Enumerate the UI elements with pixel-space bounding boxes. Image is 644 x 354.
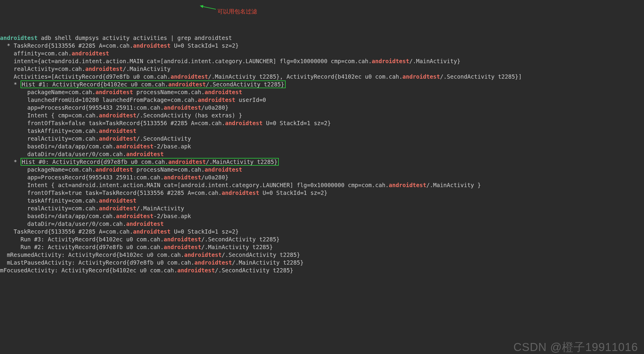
- output-line: Run #3: ActivityRecord{b4102ec u0 com.ca…: [0, 235, 644, 243]
- output-line: mResumedActivity: ActivityRecord{b4102ec…: [0, 251, 644, 259]
- output-line: baseDir=/data/app/com.cah.androidtest-2/…: [0, 212, 644, 220]
- output-line: realActivity=com.cah.androidtest/.MainAc…: [0, 204, 644, 212]
- output-line: * Hist #1: ActivityRecord{b4102ec u0 com…: [0, 80, 644, 88]
- output-line: app=ProcessRecord{9955433 25911:com.cah.…: [0, 173, 644, 181]
- output-line: * TaskRecord{5133556 #2285 A=com.cah.and…: [0, 42, 644, 49]
- output-line: taskAffinity=com.cah.androidtest: [0, 197, 644, 204]
- command-line: androidtest adb shell dumpsys activity a…: [0, 34, 644, 42]
- output-line: frontOfTask=true task=TaskRecord{5133556…: [0, 189, 644, 197]
- output-line: * Hist #0: ActivityRecord{d97e8fb u0 com…: [0, 158, 644, 166]
- annotation-arrow-icon: [200, 5, 216, 10]
- output-line: Activities=[ActivityRecord{d97e8fb u0 co…: [0, 73, 644, 80]
- output-line: TaskRecord{5133556 #2285 A=com.cah.andro…: [0, 228, 644, 235]
- output-line: affinity=com.cah.androidtest: [0, 49, 644, 57]
- output-line: packageName=com.cah.androidtest processN…: [0, 88, 644, 96]
- output-line: Run #2: ActivityRecord{d97e8fb u0 com.ca…: [0, 243, 644, 251]
- output-line: mFocusedActivity: ActivityRecord{b4102ec…: [0, 266, 644, 274]
- output-line: Intent { cmp=com.cah.androidtest/.Second…: [0, 111, 644, 119]
- output-line: taskAffinity=com.cah.androidtest: [0, 127, 644, 135]
- output-line: frontOfTask=false task=TaskRecord{513355…: [0, 119, 644, 127]
- output-line: mLastPausedActivity: ActivityRecord{d97e…: [0, 259, 644, 266]
- svg-line-0: [202, 6, 216, 9]
- output-line: dataDir=/data/user/0/com.cah.androidtest: [0, 150, 644, 158]
- prompt: androidtest: [0, 35, 38, 41]
- output-line: app=ProcessRecord{9955433 25911:com.cah.…: [0, 104, 644, 111]
- output-line: realActivity=com.cah.androidtest/.MainAc…: [0, 65, 644, 73]
- output-line: baseDir=/data/app/com.cah.androidtest-2/…: [0, 142, 644, 150]
- watermark: CSDN @橙子19911016: [513, 343, 638, 351]
- output-line: realActivity=com.cah.androidtest/.Second…: [0, 135, 644, 142]
- output-line: Intent { act=android.intent.action.MAIN …: [0, 181, 644, 189]
- highlighted-hist-entry: Hist #0: ActivityRecord{d97e8fb u0 com.c…: [21, 158, 279, 166]
- output-line: intent={act=android.intent.action.MAIN c…: [0, 57, 644, 65]
- svg-marker-1: [200, 5, 203, 8]
- output-line: dataDir=/data/user/0/com.cah.androidtest: [0, 220, 644, 228]
- annotation-text: 可以用包名过滤: [217, 8, 257, 15]
- output-line: packageName=com.cah.androidtest processN…: [0, 166, 644, 173]
- command: adb shell dumpsys activity activities | …: [38, 35, 232, 41]
- output-line: launchedFromUid=10280 launchedFromPackag…: [0, 96, 644, 104]
- highlighted-hist-entry: Hist #1: ActivityRecord{b4102ec u0 com.c…: [21, 80, 286, 88]
- terminal-output: androidtest adb shell dumpsys activity a…: [0, 34, 644, 274]
